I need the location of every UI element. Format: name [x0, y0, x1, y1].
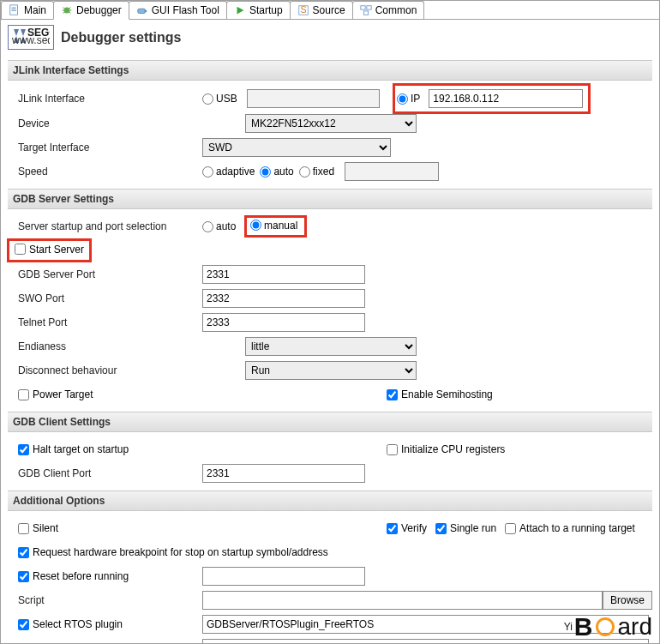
label-speed: Speed	[18, 166, 202, 178]
check-power-target[interactable]	[18, 389, 29, 400]
svg-rect-2	[12, 9, 16, 9]
tab-gui-flash[interactable]: GUI Flash Tool	[129, 1, 227, 19]
gdbserver-port-field[interactable]	[202, 265, 365, 284]
check-label: Halt target on startup	[33, 443, 129, 455]
telnet-port-field[interactable]	[202, 313, 365, 332]
page-icon	[9, 4, 21, 16]
label-gdbserver-port: GDB Server Port	[18, 268, 202, 280]
svg-point-4	[64, 8, 70, 14]
radio-label: fixed	[313, 166, 334, 178]
check-halt[interactable]	[18, 444, 29, 455]
radio-usb[interactable]	[202, 93, 213, 105]
tab-main[interactable]: Main	[1, 1, 54, 19]
radio-fixed[interactable]	[299, 166, 310, 178]
label-server-startup: Server startup and port selection	[18, 220, 202, 232]
device-select[interactable]: MK22FN512xxx12	[245, 114, 417, 133]
check-label: Initialize CPU registers	[401, 443, 505, 455]
tab-startup[interactable]: Startup	[226, 1, 291, 19]
radio-speed-auto[interactable]	[260, 166, 271, 178]
section-additional: Additional Options	[8, 491, 652, 511]
radio-label: auto	[273, 166, 293, 178]
label-jlink-interface: JLink Interface	[18, 93, 202, 105]
flash-icon	[136, 4, 148, 16]
label-target-if: Target Interface	[18, 141, 202, 153]
check-reset[interactable]	[18, 571, 29, 582]
check-semihosting[interactable]	[387, 389, 398, 400]
label-script: Script	[18, 594, 202, 606]
common-icon	[360, 4, 372, 16]
tab-label: Startup	[249, 4, 283, 16]
check-label: Enable Semihosting	[401, 388, 493, 400]
radio-label: USB	[216, 93, 237, 105]
check-label: Request hardware breakpoint for stop on …	[33, 546, 328, 558]
section-gdbserver: GDB Server Settings	[8, 189, 652, 209]
bug-icon	[61, 4, 73, 16]
script-field[interactable]	[202, 591, 603, 610]
tab-label: GUI Flash Tool	[152, 4, 219, 16]
check-label: Verify	[401, 522, 427, 534]
tab-source[interactable]: S Source	[290, 1, 353, 19]
radio-adaptive[interactable]	[202, 166, 213, 178]
play-icon	[234, 4, 246, 16]
check-label: Select RTOS plugin	[33, 618, 123, 630]
check-single-run[interactable]	[435, 523, 447, 534]
check-attach[interactable]	[505, 523, 516, 534]
label-telnet-port: Telnet Port	[18, 316, 202, 328]
check-req-hw-bp[interactable]	[18, 547, 29, 558]
target-if-select[interactable]: SWD	[202, 138, 391, 157]
browse-button[interactable]: Browse	[603, 591, 652, 610]
check-start-server[interactable]	[15, 244, 26, 255]
svg-line-7	[63, 8, 65, 9]
radio-server-auto[interactable]	[202, 221, 213, 232]
disconnect-select[interactable]: Run	[245, 361, 417, 380]
label-disconnect: Disconnect behaviour	[18, 364, 202, 376]
radio-label: manual	[264, 220, 297, 232]
label-swo-port: SWO Port	[18, 292, 202, 304]
check-label: Start Server	[29, 244, 84, 256]
svg-marker-13	[237, 7, 243, 15]
source-icon: S	[297, 4, 309, 16]
svg-rect-1	[12, 8, 16, 9]
tab-debugger[interactable]: Debugger	[53, 1, 129, 20]
reset-field[interactable]	[202, 567, 365, 586]
check-silent[interactable]	[18, 523, 29, 534]
radio-server-manual[interactable]	[250, 220, 261, 231]
check-init-cpu[interactable]	[387, 444, 398, 455]
page-title: Debugger settings	[61, 30, 181, 45]
fixed-field[interactable]	[345, 162, 439, 181]
tab-label: Debugger	[76, 4, 122, 16]
svg-rect-16	[361, 6, 365, 9]
radio-label: auto	[216, 220, 236, 232]
swo-port-field[interactable]	[202, 289, 365, 308]
radio-label: adaptive	[216, 166, 255, 178]
svg-rect-0	[10, 5, 18, 15]
tab-label: Main	[24, 4, 46, 16]
svg-rect-11	[137, 9, 145, 13]
check-label: Single run	[450, 522, 496, 534]
watermark: Yi Bard	[564, 612, 652, 641]
page-header: SEGGER www.segger.com Debugger settings	[1, 20, 659, 55]
endian-select[interactable]: little	[245, 337, 417, 356]
check-verify[interactable]	[387, 523, 398, 534]
label-device: Device	[18, 117, 202, 129]
svg-line-8	[69, 8, 71, 9]
svg-rect-3	[12, 10, 16, 11]
svg-rect-12	[144, 10, 147, 12]
check-label: Reset before running	[33, 570, 129, 582]
tab-common[interactable]: Common	[352, 1, 425, 19]
ip-field[interactable]	[429, 89, 583, 108]
check-label: Silent	[33, 522, 58, 534]
svg-rect-18	[363, 11, 368, 15]
svg-line-10	[69, 12, 71, 14]
svg-rect-17	[367, 6, 371, 9]
svg-text:S: S	[300, 4, 306, 15]
gdbclient-port-field[interactable]	[202, 464, 365, 483]
section-gdbclient: GDB Client Settings	[8, 412, 652, 432]
usb-field[interactable]	[247, 89, 380, 108]
check-label: Attach to a running target	[519, 522, 635, 534]
check-rtos[interactable]	[18, 619, 29, 630]
radio-ip[interactable]	[397, 93, 408, 105]
check-label: Power Target	[33, 388, 93, 400]
tab-label: Common	[375, 4, 417, 16]
svg-line-9	[63, 12, 65, 14]
